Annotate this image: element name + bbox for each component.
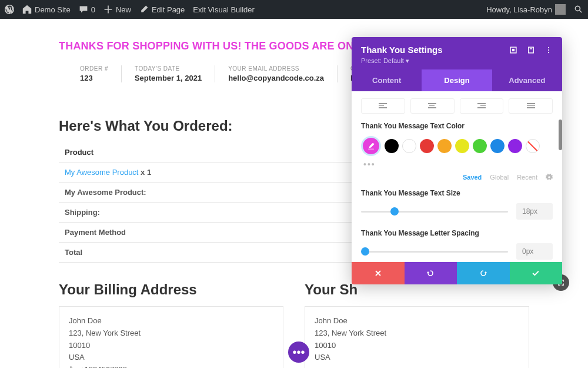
exit-visual-builder[interactable]: Exit Visual Builder: [193, 5, 255, 14]
color-picker-current[interactable]: [361, 136, 381, 156]
svg-rect-4: [530, 48, 532, 49]
tab-content[interactable]: Content: [352, 69, 422, 91]
svg-point-5: [548, 47, 549, 48]
status-saved[interactable]: Saved: [463, 174, 482, 181]
svg-rect-2: [512, 48, 514, 51]
edit-page[interactable]: Edit Page: [139, 5, 185, 14]
color-swatch[interactable]: [473, 139, 487, 153]
align-right[interactable]: [460, 98, 504, 114]
spacing-slider[interactable]: [361, 246, 508, 257]
preset-selector[interactable]: Preset: Default ▾: [361, 57, 553, 65]
color-swatch[interactable]: [508, 139, 522, 153]
more-colors-icon[interactable]: •••: [363, 160, 553, 169]
status-global[interactable]: Global: [490, 174, 509, 181]
new-content[interactable]: New: [103, 5, 131, 14]
color-swatch[interactable]: [385, 139, 399, 153]
product-link[interactable]: My Awesome Product: [65, 168, 138, 177]
align-justify[interactable]: [509, 98, 553, 114]
color-swatch[interactable]: [402, 139, 416, 153]
svg-point-6: [548, 49, 549, 50]
tab-advanced[interactable]: Advanced: [492, 69, 562, 91]
size-value[interactable]: 18px: [516, 203, 553, 220]
status-recent[interactable]: Recent: [517, 174, 537, 181]
color-swatch[interactable]: [455, 139, 469, 153]
redo-button[interactable]: [457, 262, 510, 284]
panel-footer: [352, 262, 562, 284]
gear-icon[interactable]: [546, 174, 553, 181]
undo-button[interactable]: [405, 262, 457, 284]
scrollbar[interactable]: [559, 120, 562, 150]
tab-design[interactable]: Design: [422, 69, 492, 91]
color-swatch[interactable]: [437, 139, 452, 153]
wp-home-icon[interactable]: [5, 5, 14, 14]
user-greeting[interactable]: Howdy, Lisa-Robyn: [486, 4, 566, 15]
align-left[interactable]: [361, 98, 405, 114]
help-icon[interactable]: [527, 46, 535, 54]
avatar: [555, 4, 566, 15]
svg-rect-3: [529, 47, 533, 53]
svg-point-7: [548, 52, 549, 53]
settings-panel: Thank You Settings Preset: Default ▾ Con…: [352, 37, 562, 284]
spacing-value[interactable]: 0px: [516, 243, 553, 260]
color-swatch[interactable]: [420, 139, 434, 153]
text-align-options: [361, 98, 553, 114]
search-icon[interactable]: [574, 5, 583, 14]
wp-admin-bar: Demo Site 0 New Edit Page Exit Visual Bu…: [0, 0, 588, 19]
color-none[interactable]: [526, 139, 540, 153]
more-icon[interactable]: [544, 46, 553, 54]
billing-heading: Your Billing Address: [59, 281, 283, 298]
billing-address: John Doe 123, New York Street 10010 USA …: [59, 306, 283, 368]
panel-title: Thank You Settings: [361, 45, 443, 55]
save-button[interactable]: [510, 262, 563, 284]
site-name[interactable]: Demo Site: [22, 5, 71, 14]
spacing-label: Thank You Message Letter Spacing: [361, 229, 553, 237]
snap-icon[interactable]: [509, 46, 517, 54]
align-center[interactable]: [410, 98, 455, 114]
builder-fab-button[interactable]: •••: [288, 342, 309, 363]
shipping-address: John Doe 123, New York Street 10010 USA: [305, 306, 529, 368]
color-swatch[interactable]: [490, 139, 505, 153]
comments[interactable]: 0: [79, 5, 95, 14]
cancel-button[interactable]: [352, 262, 405, 284]
phone-icon: [69, 366, 76, 368]
color-swatches: [361, 136, 553, 156]
size-label: Thank You Message Text Size: [361, 189, 553, 197]
size-slider[interactable]: [361, 206, 508, 217]
color-label: Thank You Message Text Color: [361, 122, 553, 130]
